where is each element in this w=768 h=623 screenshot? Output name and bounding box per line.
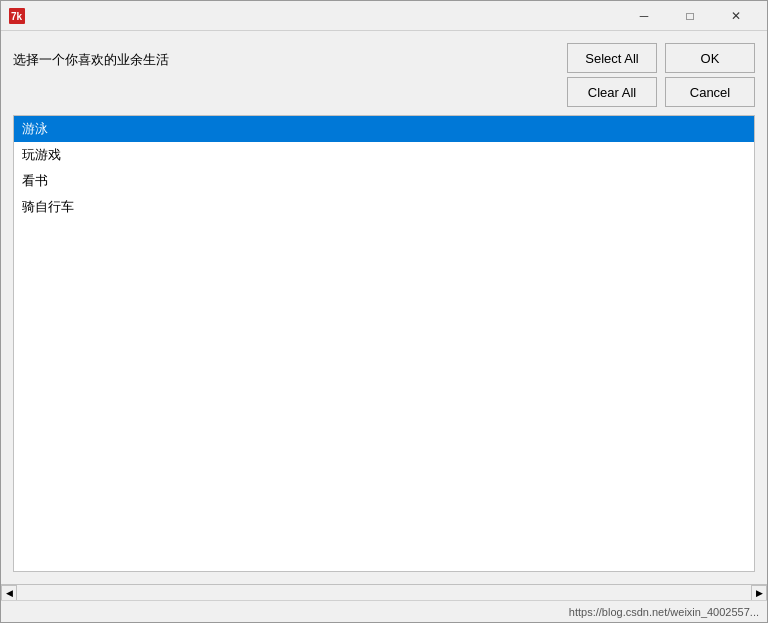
list-item[interactable]: 游泳 <box>14 116 754 142</box>
status-url: https://blog.csdn.net/weixin_4002557... <box>569 606 759 618</box>
status-bar: https://blog.csdn.net/weixin_4002557... <box>1 600 767 622</box>
cancel-button[interactable]: Cancel <box>665 77 755 107</box>
horizontal-scrollbar: ◀ ▶ <box>1 584 767 600</box>
bottom-btn-row: Clear All Cancel <box>567 77 755 107</box>
title-bar: 7k ─ □ ✕ <box>1 1 767 31</box>
clear-all-button[interactable]: Clear All <box>567 77 657 107</box>
top-btn-row: Select All OK <box>567 43 755 73</box>
scroll-right-button[interactable]: ▶ <box>751 585 767 601</box>
list-item[interactable]: 骑自行车 <box>14 194 754 220</box>
ok-button[interactable]: OK <box>665 43 755 73</box>
svg-text:7k: 7k <box>11 11 23 22</box>
scroll-track-horizontal <box>17 585 751 601</box>
content-area: 选择一个你喜欢的业余生活 Select All OK Clear All Can… <box>1 31 767 584</box>
main-window: 7k ─ □ ✕ 选择一个你喜欢的业余生活 Select All OK <box>0 0 768 623</box>
list-item[interactable]: 玩游戏 <box>14 142 754 168</box>
close-button[interactable]: ✕ <box>713 1 759 31</box>
header-row: 选择一个你喜欢的业余生活 Select All OK Clear All Can… <box>13 43 755 107</box>
maximize-button[interactable]: □ <box>667 1 713 31</box>
select-all-button[interactable]: Select All <box>567 43 657 73</box>
list-container[interactable]: 游泳 玩游戏 看书 骑自行车 <box>13 115 755 572</box>
scroll-left-button[interactable]: ◀ <box>1 585 17 601</box>
question-label: 选择一个你喜欢的业余生活 <box>13 43 559 69</box>
title-bar-controls: ─ □ ✕ <box>621 1 759 31</box>
minimize-button[interactable]: ─ <box>621 1 667 31</box>
app-icon: 7k <box>9 8 25 24</box>
list-item[interactable]: 看书 <box>14 168 754 194</box>
buttons-container: Select All OK Clear All Cancel <box>567 43 755 107</box>
